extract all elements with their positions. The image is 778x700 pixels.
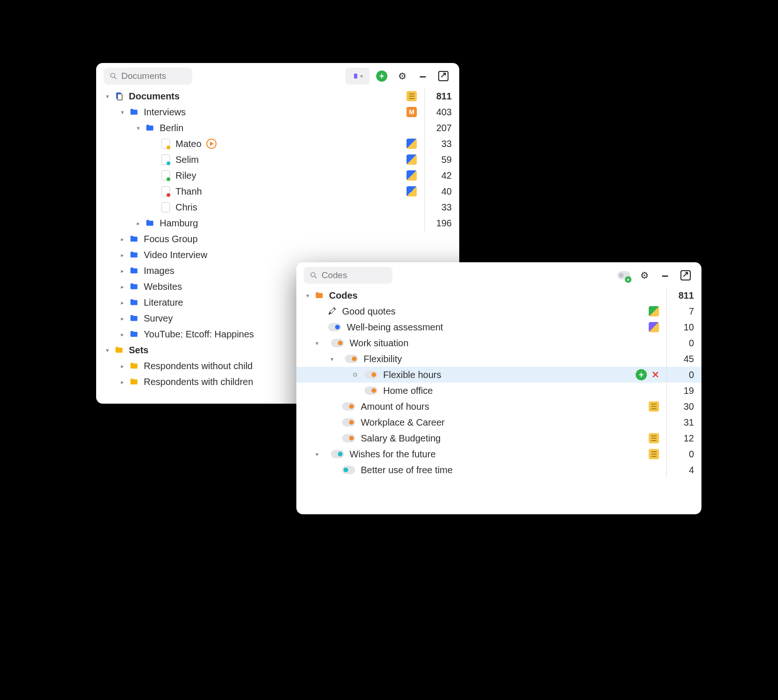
bullet-icon (353, 373, 357, 377)
code-toggle[interactable] (342, 434, 355, 442)
memo-icon[interactable] (649, 401, 659, 412)
document-icon (161, 202, 171, 212)
folder-icon (129, 107, 139, 117)
code-toggle[interactable] (342, 418, 355, 427)
add-document-button[interactable]: + (373, 68, 390, 84)
chevron-down-icon[interactable]: ▾ (328, 356, 336, 363)
documents-search-input[interactable] (121, 71, 187, 81)
chevron-down-icon[interactable]: ▾ (313, 340, 321, 347)
chevron-right-icon[interactable]: ▸ (119, 283, 126, 290)
memo-icon[interactable] (649, 433, 659, 443)
documents-root[interactable]: ▾ Documents 811 (96, 88, 459, 104)
memo-icon[interactable] (407, 154, 417, 165)
chevron-right-icon[interactable]: ▸ (119, 236, 126, 243)
count: 811 (430, 91, 452, 102)
chevron-down-icon[interactable]: ▾ (134, 125, 142, 132)
tree-item-selim[interactable]: Selim 59 (96, 152, 459, 168)
codes-toolbar: + (296, 262, 701, 287)
chevron-right-icon[interactable]: ▸ (119, 331, 126, 338)
chevron-down-icon[interactable]: ▾ (304, 292, 311, 299)
settings-button[interactable] (636, 267, 653, 284)
memo-m-icon[interactable]: M (407, 107, 417, 117)
memo-icon[interactable] (407, 186, 417, 196)
tree-item-focus-group[interactable]: ▸ Focus Group (96, 231, 459, 247)
code-flexibility[interactable]: ▾ Flexibility 45 (296, 351, 701, 367)
chevron-right-icon[interactable]: ▸ (119, 252, 126, 259)
collapse-button[interactable] (657, 267, 673, 284)
code-workplace-career[interactable]: Workplace & Career 31 (296, 414, 701, 430)
tree-item-berlin[interactable]: ▾ Berlin 207 (96, 120, 459, 136)
codes-search[interactable] (304, 267, 393, 284)
document-icon (161, 139, 171, 149)
code-toggle[interactable] (331, 450, 344, 458)
search-icon (109, 72, 118, 80)
settings-button[interactable] (394, 68, 411, 84)
chevron-down-icon[interactable]: ▾ (313, 451, 321, 458)
chevron-down-icon[interactable]: ▾ (104, 93, 111, 100)
chevron-right-icon[interactable]: ▸ (119, 378, 126, 385)
tree-item-thanh[interactable]: Thanh 40 (96, 183, 459, 199)
code-wellbeing[interactable]: Well-being assessment 10 (296, 319, 701, 335)
documents-search[interactable] (104, 68, 192, 84)
tree-item-chris[interactable]: Chris 33 (96, 199, 459, 215)
chevron-down-icon[interactable]: ▾ (104, 347, 111, 354)
tree-item-interviews[interactable]: ▾ Interviews M 403 (96, 104, 459, 120)
folder-icon (129, 297, 139, 308)
codes-root[interactable]: ▾ Codes 811 (296, 287, 701, 303)
view-mode-button[interactable]: ▾ (345, 68, 370, 84)
documents-toolbar: ▾ + (96, 63, 459, 87)
document-icon (161, 186, 171, 196)
memo-icon[interactable] (649, 306, 659, 316)
code-freetime[interactable]: Better use of free time 4 (296, 462, 701, 478)
folder-icon (145, 218, 155, 228)
documents-icon (114, 91, 124, 101)
code-wishes[interactable]: ▾ Wishes for the future 0 (296, 446, 701, 462)
chevron-right-icon[interactable]: ▸ (134, 220, 142, 227)
tree-item-mateo[interactable]: Mateo 33 (96, 136, 459, 152)
document-icon (352, 72, 359, 80)
codes-search-input[interactable] (322, 270, 387, 280)
chevron-right-icon[interactable]: ▸ (119, 299, 126, 306)
plus-icon: + (376, 70, 387, 82)
memo-icon[interactable] (649, 322, 659, 332)
tree-item-hamburg[interactable]: ▸ Hamburg 196 (96, 215, 459, 231)
popout-button[interactable] (435, 68, 452, 84)
delete-code-button[interactable]: ✕ (650, 369, 661, 380)
code-toggle[interactable] (342, 402, 355, 411)
chevron-right-icon[interactable]: ▸ (119, 315, 126, 322)
code-flexible-hours[interactable]: Flexible hours + ✕ 0 (296, 367, 701, 383)
popout-button[interactable] (677, 267, 694, 284)
documents-root-label: Documents (129, 91, 180, 102)
memo-icon[interactable] (407, 139, 417, 149)
code-toggle[interactable] (328, 323, 341, 331)
memo-icon[interactable] (407, 170, 417, 181)
sets-icon (114, 345, 124, 355)
chevron-right-icon[interactable]: ▸ (119, 363, 126, 370)
play-icon[interactable] (206, 139, 217, 149)
code-good-quotes[interactable]: 🖍 Good quotes 7 (296, 303, 701, 319)
tree-item-video-interview[interactable]: ▸ Video Interview (96, 247, 459, 263)
code-toggle[interactable] (364, 386, 378, 395)
tree-item-riley[interactable]: Riley 42 (96, 168, 459, 183)
collapse-button[interactable] (414, 68, 431, 84)
add-subcode-button[interactable]: + (636, 369, 647, 380)
code-toggle[interactable] (364, 371, 378, 379)
chevron-right-icon[interactable]: ▸ (119, 267, 126, 274)
document-icon (161, 154, 171, 165)
code-amount-hours[interactable]: Amount of hours 30 (296, 399, 701, 414)
folder-icon (129, 313, 139, 323)
memo-icon[interactable] (407, 91, 417, 101)
code-salary[interactable]: Salary & Budgeting 12 (296, 430, 701, 446)
add-code-button[interactable]: + (616, 267, 632, 284)
search-icon (309, 271, 318, 280)
chevron-down-icon[interactable]: ▾ (119, 109, 126, 116)
document-icon (161, 170, 171, 181)
folder-icon (129, 266, 139, 276)
code-home-office[interactable]: Home office 19 (296, 383, 701, 399)
memo-icon[interactable] (649, 449, 659, 459)
code-toggle[interactable] (342, 466, 355, 474)
code-toggle[interactable] (345, 355, 358, 363)
plus-badge-icon: + (625, 276, 631, 283)
code-work-situation[interactable]: ▾ Work situation 0 (296, 335, 701, 351)
code-toggle[interactable] (331, 339, 344, 347)
